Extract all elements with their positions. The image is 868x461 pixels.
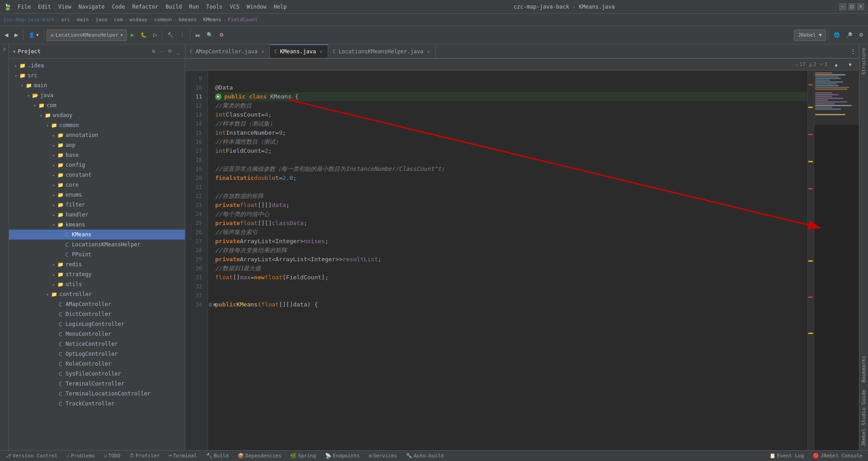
menu-window[interactable]: Window (244, 3, 269, 11)
tree-item-java[interactable]: ▾ 📂 java (9, 90, 185, 100)
tab-close-icon[interactable]: × (426, 49, 431, 54)
toolbar-back-button[interactable]: ◀ (2, 29, 11, 42)
tab-amapcontroller[interactable]: C AMapController.java × (185, 45, 270, 58)
status-build[interactable]: 🔨 Build (204, 451, 231, 461)
jrebel-dropdown[interactable]: JRebel ▼ (794, 29, 826, 41)
menu-edit[interactable]: Edit (35, 3, 54, 11)
warning-count-badge[interactable]: △ 2 (809, 61, 816, 67)
debug-button[interactable]: 🐛 (138, 29, 150, 42)
jrebel-tab[interactable]: JRebel Studio Guide (859, 386, 868, 450)
menu-navigate[interactable]: Navigate (76, 3, 108, 11)
status-services[interactable]: ⚙ Services (367, 451, 399, 461)
tree-item-terminallocationcontroller[interactable]: C TerminalLocationController (9, 389, 185, 399)
menu-view[interactable]: View (56, 3, 74, 11)
status-auto-build[interactable]: 🔧 Auto-build (404, 451, 445, 461)
tree-item-constant[interactable]: ▸ 📁 constant (9, 170, 185, 180)
toolbar-forward-button[interactable]: ▶ (12, 29, 21, 42)
tree-item-utils[interactable]: ▸ 📁 utils (9, 279, 185, 289)
tree-item-ppoint[interactable]: C PPoint (9, 249, 185, 259)
tree-item-trackcontroller[interactable]: C TrackController (9, 399, 185, 409)
run-config-dropdown[interactable]: ◉ LocationsKMeansHelper ▾ (47, 29, 127, 41)
error-count-badge[interactable]: ⚠ 17 (795, 61, 806, 67)
translate-button[interactable]: 🌐 (831, 29, 843, 42)
tree-item-menucontroller[interactable]: C MenuController (9, 329, 185, 339)
toolbar-user-button[interactable]: 👤▾ (26, 29, 42, 42)
status-todo[interactable]: ☑ TODO (102, 451, 122, 461)
menu-refactor[interactable]: Refactor (129, 3, 161, 11)
status-terminal[interactable]: ⌨ Terminal (167, 451, 199, 461)
breadcrumb-item-fieldcount[interactable]: FieldCount (228, 17, 258, 23)
tree-item-kmeans[interactable]: ▾ 📁 kmeans (9, 220, 185, 230)
project-collapse-button[interactable]: − (158, 47, 165, 55)
tab-close-icon[interactable]: × (260, 49, 265, 54)
tree-item-redis[interactable]: ▸ 📁 redis (9, 259, 185, 269)
tab-locationshelper[interactable]: C LocationsKMeansHelper.java × (328, 45, 436, 58)
tree-item-enums[interactable]: ▸ 📁 enums (9, 190, 185, 200)
tree-item-filter[interactable]: ▸ 📁 filter (9, 200, 185, 210)
structure-tab[interactable]: Structure (859, 44, 868, 79)
tree-item-strategy[interactable]: ▸ 📁 strategy (9, 269, 185, 279)
run-button[interactable]: ▶ (128, 29, 137, 42)
menu-help[interactable]: Help (271, 3, 289, 11)
status-endpoints[interactable]: 📡 Endpoints (323, 451, 362, 461)
minimize-button[interactable]: − (839, 3, 846, 10)
project-tree[interactable]: ▸ 📁 .idea ▾ 📁 src ▾ 📁 main ▾ 📂 java (9, 59, 185, 450)
tree-item-amapcontroller[interactable]: C AMapController (9, 299, 185, 309)
search-button[interactable]: 🔍 (204, 29, 216, 42)
status-dependencies[interactable]: 📦 Dependencies (236, 451, 283, 461)
status-event-log[interactable]: 📋 Event Log (768, 451, 806, 461)
run-gutter-icon[interactable]: ▶ (215, 94, 222, 100)
toolbar-settings2[interactable]: ⚙ (856, 29, 866, 42)
tab-close-icon[interactable]: × (319, 49, 323, 54)
tree-item-terminalcontroller[interactable]: C TerminalController (9, 379, 185, 389)
tree-item-rolecontroller[interactable]: C RoleController (9, 359, 185, 369)
menu-file[interactable]: File (15, 3, 33, 11)
settings-button[interactable]: ⚙ (217, 29, 226, 42)
status-version-control[interactable]: ⎇ Version Control (4, 451, 59, 461)
project-settings-button[interactable]: ⚙ (166, 47, 174, 55)
menu-tools[interactable]: Tools (203, 3, 225, 11)
tree-item-sysfilecontroller[interactable]: C SysFileController (9, 369, 185, 379)
tree-item-kmeans-class[interactable]: C KMeans (9, 230, 185, 240)
toolbar-more[interactable]: ⋮ (177, 29, 188, 42)
error-nav-down[interactable]: ▼ (845, 58, 855, 71)
tab-menu-button[interactable]: ⋮ (847, 45, 859, 58)
toolbar-search2[interactable]: 🔎 (844, 29, 855, 42)
step-button[interactable]: ⏭ (193, 29, 203, 42)
tree-item-main[interactable]: ▾ 📁 main (9, 80, 185, 90)
breadcrumb-item[interactable]: com (114, 17, 123, 23)
tree-item-locations-helper[interactable]: C LocationsKMeansHelper (9, 240, 185, 249)
breadcrumb-item[interactable]: czc-map-java-back (4, 17, 55, 23)
status-spring[interactable]: 🌿 Spring (288, 451, 318, 461)
menu-vcs[interactable]: VCS (227, 3, 242, 11)
close-button[interactable]: × (857, 3, 864, 10)
run-coverage-button[interactable]: ▷ (151, 29, 160, 42)
breadcrumb-item-kmeans[interactable]: KMeans (203, 17, 222, 23)
status-problems[interactable]: ⚠ Problems (65, 451, 97, 461)
project-locate-button[interactable]: ⊕ (150, 47, 157, 55)
breadcrumb-item[interactable]: java (95, 17, 108, 23)
tree-item-aop[interactable]: ▸ 📁 aop (9, 140, 185, 150)
breadcrumb-item[interactable]: common (154, 17, 172, 23)
tree-item-optlogcontroller[interactable]: C OptLogController (9, 349, 185, 359)
build-button[interactable]: 🔨 (165, 29, 176, 42)
breadcrumb-item[interactable]: main (77, 17, 89, 23)
project-minimize-button[interactable]: _ (175, 47, 181, 55)
tree-item-wsdaoy[interactable]: ▾ 📁 wsdaoy (9, 110, 185, 120)
tree-item-noticecontroller[interactable]: C NoticeController (9, 339, 185, 349)
tab-kmeans[interactable]: C KMeans.java × (270, 44, 328, 58)
minimap[interactable] (814, 71, 859, 450)
breadcrumb-item[interactable]: kmeans (179, 17, 197, 23)
breadcrumb-item[interactable]: src (61, 17, 70, 23)
tree-item-base[interactable]: ▸ 📁 base (9, 150, 185, 160)
tree-item-handler[interactable]: ▸ 📁 handler (9, 210, 185, 220)
status-profiler[interactable]: ⏱ Profiler (127, 451, 161, 461)
tree-item-core[interactable]: ▸ 📁 core (9, 180, 185, 190)
tree-item-dictcontroller[interactable]: C DictController (9, 309, 185, 319)
project-icon[interactable]: P (1, 46, 8, 53)
ok-count-badge[interactable]: ✓ 1 (820, 61, 827, 67)
tree-item-common[interactable]: ▾ 📁 common (9, 120, 185, 130)
tree-item-com[interactable]: ▾ 📁 com (9, 100, 185, 110)
tree-item-annotation[interactable]: ▸ 📁 annotation (9, 130, 185, 140)
menu-code[interactable]: Code (109, 3, 128, 11)
